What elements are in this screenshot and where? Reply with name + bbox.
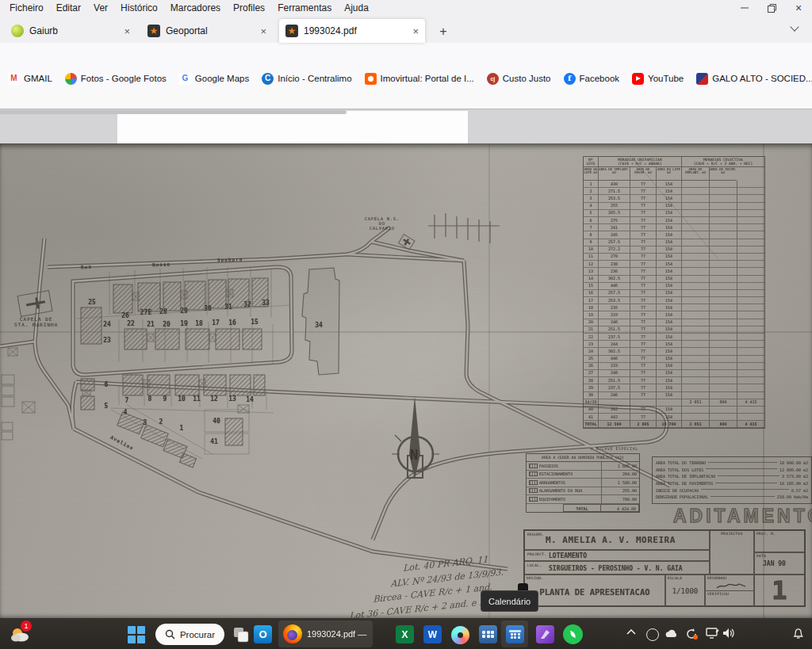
table-cell: 233 [598, 311, 630, 319]
table-cell: 22 [584, 334, 598, 341]
lot-label-18: 18 [195, 320, 203, 327]
bookmark-item[interactable]: Fotos - Google Fotos [65, 73, 167, 85]
bookmark-item[interactable]: CInício - Centralimo [262, 73, 351, 85]
word-icon[interactable]: W [423, 625, 442, 643]
tab-close-icon[interactable]: × [260, 26, 266, 36]
lot-label-24: 24 [103, 321, 111, 328]
excel-icon[interactable]: X [396, 625, 414, 643]
table-cell [737, 290, 764, 297]
bookmark-item[interactable]: GALO ALTO - SOCIED... [696, 73, 812, 85]
close-icon[interactable]: × [785, 0, 812, 16]
disc-burner-icon[interactable] [450, 625, 469, 644]
sheet-number: 1 [772, 575, 787, 605]
table-cell: 27 [584, 370, 598, 377]
table-cell: 253.5 [598, 297, 630, 304]
notification-bell-icon[interactable] [792, 628, 804, 639]
outlook-icon[interactable]: O [254, 625, 272, 643]
minimize-icon[interactable] [731, 0, 758, 16]
gmail-favicon-icon: M [8, 73, 20, 85]
proc-cell: PROC. N. [754, 531, 804, 552]
table-cell: 77 [630, 261, 656, 268]
table-cell: 12 [584, 261, 598, 268]
volume-icon[interactable] [722, 628, 735, 639]
table-cell: 5 [584, 210, 598, 217]
lot-label-3: 3 [144, 419, 147, 426]
tray-ring-icon[interactable] [646, 628, 659, 641]
table-cell: 12 599 [598, 421, 630, 428]
tab-pdf-active[interactable]: ★ 1993024.pdf × [279, 19, 425, 43]
table-cell: 154 [656, 283, 681, 290]
menu-item-editar[interactable]: Editar [50, 1, 87, 15]
table-cell: 248 [598, 370, 630, 377]
lot-label-6: 6 [105, 381, 109, 388]
table-cell: 77 [630, 334, 656, 341]
pdf-viewer-content[interactable]: Rua Nossa Senhora Avelino CAPELA DE STA.… [0, 109, 812, 618]
bookmark-item[interactable]: Imovirtual: Portal de I... [365, 73, 474, 85]
capela-marinha-label: CAPELA DE STA. MARINHA [14, 316, 58, 327]
menu-item-ver[interactable]: Ver [87, 1, 114, 15]
whatsapp-icon[interactable] [563, 624, 583, 644]
bookmark-item[interactable]: MGMAIL [8, 73, 52, 85]
menu-item-histórico[interactable]: Histórico [114, 1, 164, 15]
table-cell: 14 [584, 276, 598, 283]
taskbar-search[interactable]: Procurar [155, 624, 224, 645]
table-row: 1323677154 [584, 268, 764, 275]
menu-item-ajuda[interactable]: Ajuda [338, 1, 375, 15]
tab-label: Gaiurb [29, 25, 117, 36]
table-cell: 154 [656, 297, 681, 304]
menu-item-ficheiro[interactable]: Ficheiro [3, 1, 50, 15]
table-cell [737, 334, 764, 341]
table-cell [681, 224, 709, 231]
table-cell: 77 [630, 210, 656, 217]
restore-icon[interactable] [758, 0, 785, 16]
tab-label: Geoportal [166, 25, 254, 36]
horizontal-scrollbar[interactable] [0, 110, 347, 114]
onedrive-cloud-icon[interactable] [665, 628, 679, 638]
table-cell: 3 [584, 195, 598, 202]
tab-close-icon[interactable]: × [124, 26, 130, 36]
calculator-icon[interactable] [479, 625, 497, 643]
lot-label-14: 14 [246, 396, 254, 403]
new-tab-button[interactable]: + [433, 21, 454, 42]
table-row: TOTAL12 5992 80510 7002 0518004 415 [584, 421, 764, 428]
data-cell: DATA JAN 90 [754, 552, 804, 575]
bookmark-item[interactable]: cjCusto Justo [487, 73, 551, 85]
table-cell [681, 319, 709, 326]
site-plan-page: Rua Nossa Senhora Avelino CAPELA DE STA.… [0, 143, 812, 618]
table-cell: 10 700 [656, 421, 681, 428]
table-cell [681, 304, 709, 311]
menu-bar: FicheiroEditarVerHistóricoMarcadoresProf… [0, 0, 812, 16]
calendar-icon[interactable] [506, 625, 524, 643]
tab-geoportal[interactable]: ★ Geoportal × [141, 19, 273, 43]
table-row: 22237.577154 [584, 334, 764, 341]
sync-icon[interactable] [685, 628, 698, 640]
lot-areas-table: Nº LOTE MORADIAS UNIFAMILIAR(CAVE + R/C … [583, 156, 765, 429]
display-pen-icon[interactable] [706, 628, 719, 639]
media-app-icon[interactable] [536, 625, 554, 643]
bookmark-label: Início - Centralimo [278, 74, 351, 83]
tab-close-icon[interactable]: × [412, 26, 419, 36]
menu-item-marcadores[interactable]: Marcadores [164, 1, 227, 15]
task-view-icon[interactable] [232, 625, 251, 644]
start-button[interactable] [127, 625, 146, 644]
tray-expand-icon[interactable] [626, 629, 636, 635]
table-cell: 25 [584, 356, 598, 363]
table-cell: 446 [598, 356, 630, 363]
table-cell [737, 319, 764, 326]
bookmark-label: GMAIL [24, 74, 52, 83]
cedencia-table: AREA A CEDER AO DOMINIO PUBLICO (m2) PAS… [526, 453, 640, 513]
menu-item-profiles[interactable]: Profiles [227, 1, 271, 15]
bookmark-item[interactable]: fFacebook [564, 73, 620, 85]
cedencia-value: 1 605.00 [601, 462, 639, 470]
table-cell [709, 210, 737, 217]
taskbar: 1 Procurar O 1993024.pdf — Mozilla I X W… [0, 618, 812, 649]
table-row: 627577154 [584, 217, 764, 224]
table-cell [709, 341, 737, 348]
firefox-active-task[interactable]: 1993024.pdf — Mozilla I [278, 620, 373, 647]
tab-gaiurb[interactable]: Gaiurb × [5, 19, 136, 43]
bookmark-item[interactable]: YouTube [632, 73, 684, 85]
table-cell: 154 [656, 370, 681, 377]
bookmark-item[interactable]: GGoogle Maps [179, 73, 249, 85]
menu-item-ferramentas[interactable]: Ferramentas [271, 1, 338, 15]
list-all-tabs-icon[interactable] [790, 22, 799, 31]
